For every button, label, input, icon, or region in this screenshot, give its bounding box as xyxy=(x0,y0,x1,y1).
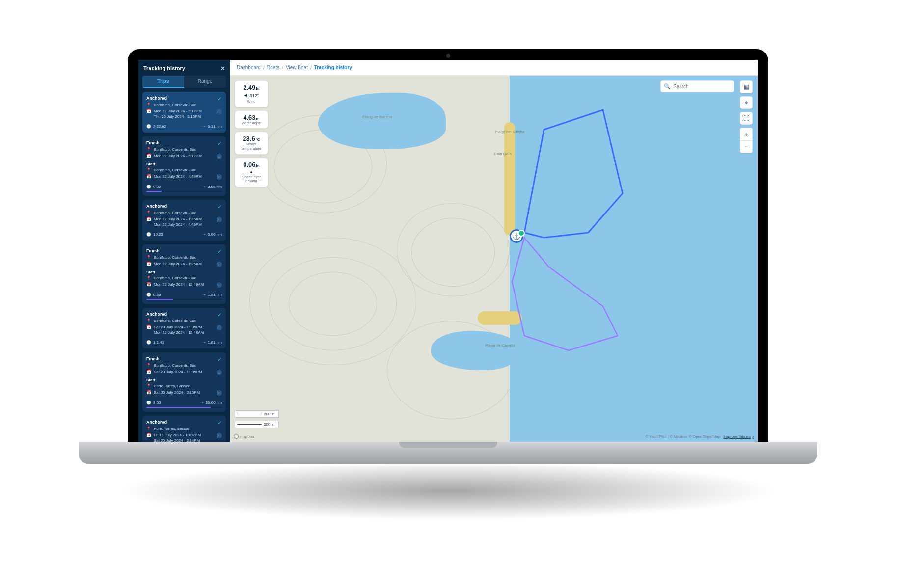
poi-label: Plage de Balistra xyxy=(495,130,524,134)
laptop-shadow xyxy=(118,461,778,520)
improve-map-link[interactable]: Improve this map xyxy=(724,434,754,439)
calendar-icon: 📅 xyxy=(146,390,151,396)
pin-icon: 📍 xyxy=(146,384,151,389)
poi-label: Plage de Cavallo xyxy=(485,343,515,347)
breadcrumb: Dashboard/ Boats/ View Boat/ Tracking hi… xyxy=(230,60,758,76)
info-icon[interactable]: i xyxy=(217,433,222,438)
screen-bezel: Tracking history × Trips Range Anchored✓… xyxy=(128,49,768,442)
boat-marker[interactable]: ⚓ xyxy=(510,229,523,243)
sidebar: Tracking history × Trips Range Anchored✓… xyxy=(138,60,230,442)
search-box[interactable]: 🔍 xyxy=(660,80,734,92)
pin-icon: 📍 xyxy=(146,168,151,173)
trip-card[interactable]: Anchored✓📍Porto Torres, Sassari📅Fri 19 J… xyxy=(142,416,226,442)
calendar-icon: 📅 xyxy=(146,217,151,222)
pin-icon: 📍 xyxy=(146,255,151,261)
clock-icon: 🕒 xyxy=(146,185,151,189)
pin-icon: 📍 xyxy=(146,147,151,153)
sea xyxy=(510,76,758,442)
stat-cards: 2.49kt ➤312° Wind 4.63m Water depth 23.6… xyxy=(235,80,268,187)
calendar-icon: 📅 xyxy=(146,282,151,288)
harbour xyxy=(431,331,519,370)
trip-card[interactable]: Anchored✓📍Bonifacio, Corse-du-Sud📅Sat 20… xyxy=(142,308,226,348)
info-icon[interactable]: i xyxy=(217,282,222,288)
crumb-boats[interactable]: Boats xyxy=(267,65,280,70)
mapbox-logo[interactable]: mapbox xyxy=(234,434,254,439)
scale-bars: 200 m 300 m xyxy=(235,410,279,428)
wind-arrow-icon: ➤ xyxy=(242,92,250,99)
info-icon[interactable]: i xyxy=(217,154,222,159)
map[interactable]: Étang de Balistra Plage de Balistra Cala… xyxy=(230,76,758,442)
calendar-icon: 📅 xyxy=(146,109,151,114)
locate-button[interactable]: ⌖ xyxy=(740,96,753,109)
pin-icon: 📍 xyxy=(146,103,151,108)
crumb-view-boat[interactable]: View Boat xyxy=(286,65,308,70)
contour xyxy=(411,218,495,287)
sidebar-list[interactable]: Anchored✓📍Bonifacio, Corse-du-Sud📅Mon 22… xyxy=(138,92,230,442)
trip-card[interactable]: Finish✓📍Bonifacio, Corse-du-Sud📅Sat 20 J… xyxy=(142,352,226,412)
check-icon: ✓ xyxy=(217,204,222,210)
map-attribution: © YachtPilot | © Mapbox © OpenStreetMap … xyxy=(645,434,754,439)
trip-card[interactable]: Finish✓📍Bonifacio, Corse-du-Sud📅Mon 22 J… xyxy=(142,244,226,304)
stat-temp: 23.6°C Water temperature xyxy=(235,132,268,154)
calendar-icon: 📅 xyxy=(146,325,151,330)
beach xyxy=(504,122,515,235)
map-controls: ▦ ⌖ ⛶ + − xyxy=(740,80,753,153)
trip-card[interactable]: Finish✓📍Bonifacio, Corse-du-Sud📅Mon 22 J… xyxy=(142,136,226,196)
stat-sog: 0.06kt ▲ Speed over ground xyxy=(235,158,268,187)
heading-arrow-icon: ▲ xyxy=(249,169,254,174)
sidebar-header: Tracking history × xyxy=(138,60,230,76)
info-icon[interactable]: i xyxy=(217,262,222,267)
zoom-out-button[interactable]: − xyxy=(740,140,753,153)
sidebar-title: Tracking history xyxy=(143,65,185,71)
pin-icon: 📍 xyxy=(146,211,151,216)
zoom-control: + − xyxy=(740,128,753,153)
lagoon xyxy=(318,93,446,149)
crumb-dashboard[interactable]: Dashboard xyxy=(237,65,261,70)
zoom-in-button[interactable]: + xyxy=(740,128,753,140)
route-icon: ⇢ xyxy=(202,185,206,189)
sidebar-tabs: Trips Range xyxy=(142,76,226,88)
check-icon: ✓ xyxy=(217,420,222,426)
check-icon: ✓ xyxy=(217,248,222,255)
check-icon: ✓ xyxy=(217,96,222,102)
trip-card[interactable]: Anchored✓📍Bonifacio, Corse-du-Sud📅Mon 22… xyxy=(142,200,226,241)
search-input[interactable] xyxy=(673,84,735,89)
layers-button[interactable]: ▦ xyxy=(740,80,753,93)
calendar-icon: 📅 xyxy=(146,262,151,267)
contour xyxy=(289,272,377,336)
mapbox-icon xyxy=(234,434,239,439)
check-icon: ✓ xyxy=(217,140,222,147)
route-icon: ⇢ xyxy=(202,232,206,237)
clock-icon: 🕒 xyxy=(146,401,151,405)
tab-range[interactable]: Range xyxy=(184,76,226,88)
pin-icon: 📍 xyxy=(146,276,151,281)
clock-icon: 🕒 xyxy=(146,232,151,237)
poi-label: Étang de Balistra xyxy=(362,115,392,119)
app-root: Tracking history × Trips Range Anchored✓… xyxy=(138,60,758,442)
info-icon[interactable]: i xyxy=(217,370,222,375)
pin-icon: 📍 xyxy=(146,363,151,369)
info-icon[interactable]: i xyxy=(217,217,222,222)
clock-icon: 🕒 xyxy=(146,293,151,297)
calendar-icon: 📅 xyxy=(146,154,151,159)
stat-wind: 2.49kt ➤312° Wind xyxy=(235,80,268,107)
tab-trips[interactable]: Trips xyxy=(142,76,184,88)
info-icon[interactable]: i xyxy=(217,174,222,180)
info-icon[interactable]: i xyxy=(217,390,222,396)
search-icon: 🔍 xyxy=(664,83,671,90)
close-icon[interactable]: × xyxy=(221,65,225,72)
laptop-base xyxy=(79,442,817,464)
info-icon[interactable]: i xyxy=(217,109,222,114)
check-icon: ✓ xyxy=(217,312,222,318)
route-icon: ⇢ xyxy=(202,124,206,129)
pin-icon: 📍 xyxy=(146,427,151,432)
stat-depth: 4.63m Water depth xyxy=(235,110,268,129)
calendar-icon: 📅 xyxy=(146,370,151,375)
route-icon: ⇢ xyxy=(202,293,206,297)
info-icon[interactable]: i xyxy=(217,325,222,330)
scale-bar: 300 m xyxy=(235,421,279,428)
trip-card[interactable]: Anchored✓📍Bonifacio, Corse-du-Sud📅Mon 22… xyxy=(142,92,226,133)
beach xyxy=(478,311,522,325)
route-icon: ⇢ xyxy=(200,401,204,405)
fullscreen-button[interactable]: ⛶ xyxy=(740,112,753,125)
